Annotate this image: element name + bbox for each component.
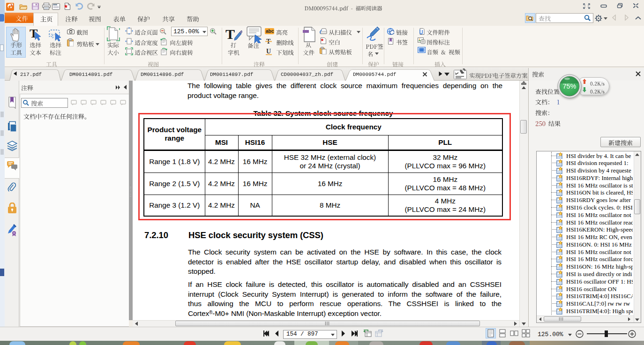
svg-text:U: U [266, 48, 271, 55]
svg-text:abc: abc [266, 29, 274, 34]
svg-text:T: T [225, 27, 235, 42]
svg-text:75%: 75% [562, 82, 576, 90]
